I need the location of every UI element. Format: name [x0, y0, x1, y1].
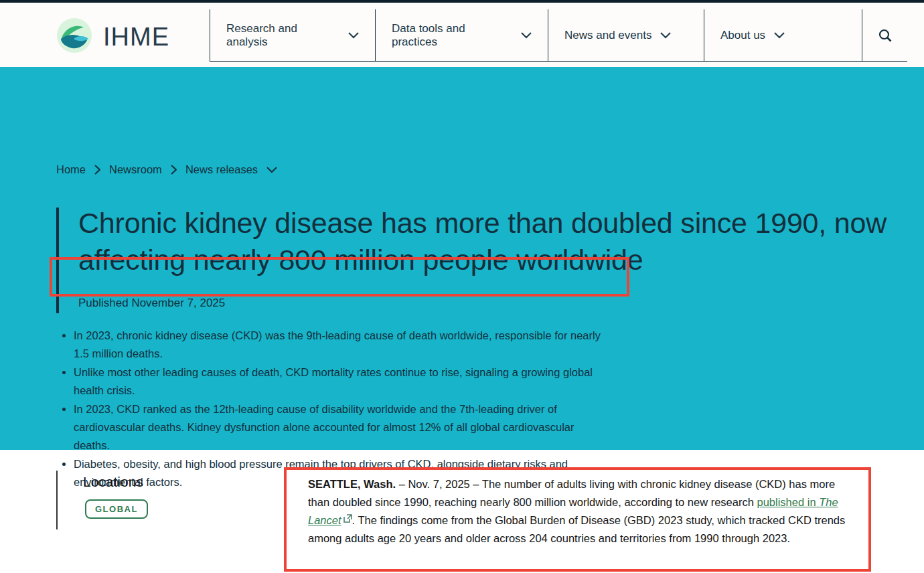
nav-label: Data tools and practices — [392, 22, 512, 49]
nav-item-research-and-analysis[interactable]: Research and analysis — [210, 9, 375, 61]
key-finding-item: In 2023, CKD ranked as the 12th-leading … — [60, 400, 603, 455]
chevron-down-icon — [348, 32, 359, 39]
nav-item-data-tools-and-practices[interactable]: Data tools and practices — [375, 9, 548, 61]
locations-heading: Locations — [83, 474, 143, 490]
breadcrumb-newsroom[interactable]: Newsroom — [109, 163, 162, 176]
nav-item-news-and-events[interactable]: News and events — [548, 9, 704, 61]
published-date: Published November 7, 2025 — [78, 297, 225, 310]
search-button[interactable] — [862, 9, 907, 61]
chevron-down-icon — [521, 32, 532, 39]
search-icon — [878, 28, 893, 43]
chevron-right-icon — [94, 165, 100, 175]
nav-label: News and events — [564, 29, 651, 42]
nav-item-about-us[interactable]: About us — [704, 9, 862, 61]
key-finding-item: Unlike most other leading causes of deat… — [60, 363, 603, 400]
ihme-logo[interactable]: IHME — [56, 17, 169, 56]
annotation-highlight-box-first-bullet — [50, 257, 629, 297]
location-badge-global[interactable]: GLOBAL — [85, 499, 148, 519]
breadcrumb: Home Newsroom News releases — [56, 163, 277, 176]
ihme-logo-icon — [56, 17, 92, 56]
nav-label: Research and analysis — [226, 22, 339, 49]
nav-label: About us — [720, 29, 765, 42]
annotation-highlight-box-lead-paragraph — [284, 467, 871, 572]
chevron-down-icon — [774, 32, 785, 39]
chevron-down-icon — [660, 32, 671, 39]
chevron-down-icon[interactable] — [266, 167, 277, 173]
page: IHME Research and analysis Data tools an… — [0, 0, 924, 573]
ihme-logo-text: IHME — [103, 23, 169, 52]
key-finding-item: In 2023, chronic kidney disease (CKD) wa… — [60, 327, 603, 363]
locations-accent-bar — [56, 471, 58, 529]
breadcrumb-news-releases[interactable]: News releases — [185, 163, 258, 176]
main-navigation: Research and analysis Data tools and pra… — [210, 9, 907, 62]
chevron-right-icon — [171, 165, 177, 175]
site-header: IHME Research and analysis Data tools an… — [0, 3, 924, 67]
breadcrumb-home[interactable]: Home — [56, 163, 86, 176]
